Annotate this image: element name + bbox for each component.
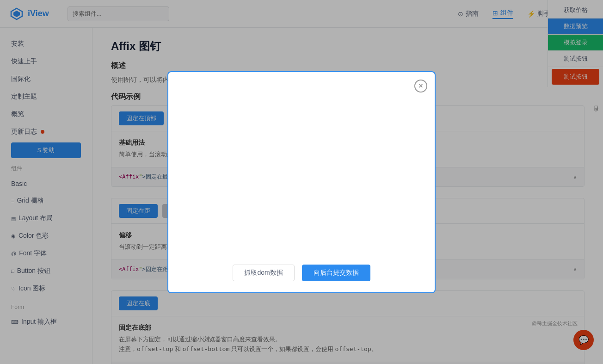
modal-close-button[interactable]: × — [414, 80, 427, 93]
modal-footer: 抓取dom数据 向后台提交数据 — [168, 265, 435, 281]
modal: × 抓取dom数据 向后台提交数据 — [167, 71, 436, 293]
modal-overlay[interactable]: × 抓取dom数据 向后台提交数据 — [0, 0, 603, 364]
capture-dom-button[interactable]: 抓取dom数据 — [233, 265, 294, 281]
submit-backend-button[interactable]: 向后台提交数据 — [302, 265, 370, 281]
modal-content — [182, 86, 421, 95]
